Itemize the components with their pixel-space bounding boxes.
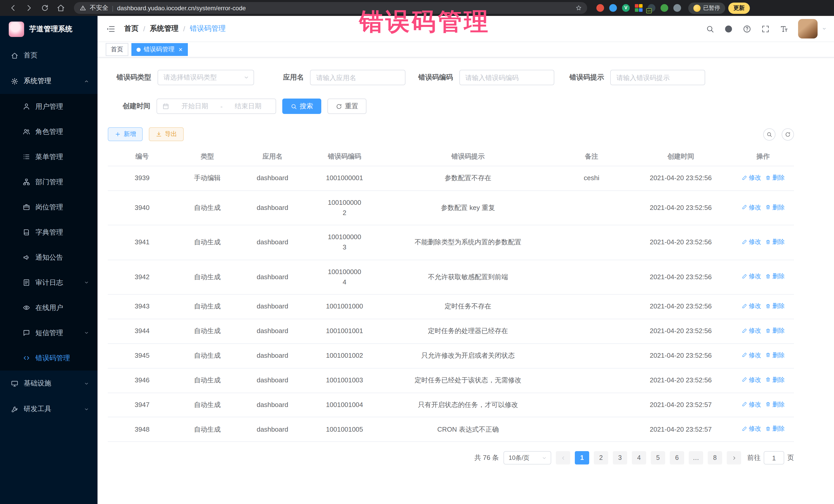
extension-green-icon[interactable]: V [622, 4, 630, 12]
breadcrumb-system[interactable]: 系统管理 [150, 24, 179, 34]
avatar-caret-icon[interactable] [822, 26, 827, 31]
add-button[interactable]: 新增 [108, 127, 143, 141]
sidebar-item-post-management[interactable]: 岗位管理 [0, 195, 97, 220]
extension-blue-icon[interactable] [609, 4, 617, 12]
extension-dark-icon[interactable]: on [648, 4, 655, 12]
tab-error-code-management[interactable]: 错误码管理× [131, 43, 188, 56]
font-size-icon[interactable] [780, 24, 788, 33]
cell-code: 1001001004 [307, 393, 382, 417]
bookmark-star-icon[interactable] [575, 4, 583, 12]
address-bar[interactable]: 不安全 | dashboard.yudao.iocoder.cn/system/… [74, 2, 587, 14]
page-button-5[interactable]: 5 [651, 452, 665, 465]
sidebar-item-home[interactable]: 首页 [0, 43, 97, 68]
sidebar-item-infrastructure[interactable]: 基础设施 [0, 371, 97, 396]
export-button[interactable]: 导出 [149, 127, 184, 141]
sidebar-toggle-icon[interactable] [106, 24, 115, 34]
profile-paused-chip[interactable]: 已暂停 [688, 2, 725, 14]
sidebar-item-sms-management[interactable]: 短信管理 [0, 320, 97, 345]
page-button-2[interactable]: 2 [594, 452, 608, 465]
sidebar-item-error-code-management[interactable]: 错误码管理 [0, 345, 97, 371]
github-icon[interactable] [724, 24, 733, 33]
page-button-6[interactable]: 6 [670, 452, 684, 465]
sidebar-item-dept-management[interactable]: 部门管理 [0, 169, 97, 195]
help-icon[interactable] [743, 24, 751, 33]
cell-code: 100100000 2 [307, 191, 382, 225]
sidebar-item-system-management[interactable]: 系统管理 [0, 68, 97, 94]
delete-link[interactable]: 删除 [765, 237, 785, 247]
edit-link[interactable]: 修改 [742, 424, 761, 434]
reset-button[interactable]: 重置 [327, 98, 367, 114]
page-button-4[interactable]: 4 [632, 452, 646, 465]
sidebar-item-dict-management[interactable]: 字典管理 [0, 220, 97, 245]
plus-icon [114, 131, 121, 137]
sidebar-item-notice-announcement[interactable]: 通知公告 [0, 245, 97, 270]
delete-link[interactable]: 删除 [765, 326, 785, 335]
page-button-3[interactable]: 3 [613, 452, 627, 465]
user-avatar[interactable] [798, 19, 817, 39]
edit-link[interactable]: 修改 [742, 271, 761, 281]
extension-pin-icon[interactable] [673, 4, 681, 12]
cell-time: 2021-04-20 23:52:56 [629, 225, 732, 260]
edit-link[interactable]: 修改 [742, 350, 761, 360]
header-search-icon[interactable] [706, 24, 715, 33]
next-page-button[interactable] [727, 452, 741, 465]
close-tab-icon[interactable]: × [179, 46, 182, 53]
refresh-table-button[interactable] [782, 128, 794, 140]
delete-icon [765, 377, 771, 382]
prev-page-button[interactable] [556, 452, 570, 465]
table-row: 3943自动生成dashboard1001001000定时任务不存在2021-0… [108, 294, 794, 319]
more-pages-button[interactable]: … [689, 452, 703, 465]
date-range-picker[interactable]: 开始日期 - 结束日期 [156, 98, 276, 114]
edit-link[interactable]: 修改 [742, 326, 761, 335]
delete-icon [765, 328, 771, 333]
goto-page-input[interactable] [764, 452, 784, 465]
edit-link[interactable]: 修改 [742, 375, 761, 385]
sidebar-item-role-management[interactable]: 角色管理 [0, 119, 97, 144]
page-button-1[interactable]: 1 [575, 452, 589, 465]
error-hint-field [610, 70, 705, 85]
error-type-select[interactable]: 请选择错误码类型 [157, 70, 254, 85]
extension-red-icon[interactable] [596, 4, 604, 12]
browser-back-icon[interactable] [9, 4, 18, 12]
edit-link[interactable]: 修改 [742, 173, 761, 182]
toggle-search-button[interactable] [763, 128, 775, 140]
sidebar-item-dev-tools[interactable]: 研发工具 [0, 396, 97, 422]
page-size-select[interactable]: 10条/页 [503, 452, 551, 465]
delete-link[interactable]: 删除 [765, 399, 785, 409]
delete-link[interactable]: 删除 [765, 350, 785, 360]
cell-remark [554, 343, 629, 368]
delete-link[interactable]: 删除 [765, 271, 785, 281]
browser-reload-icon[interactable] [41, 4, 49, 12]
edit-link[interactable]: 修改 [742, 301, 761, 311]
fullscreen-icon[interactable] [761, 24, 770, 33]
app-logo[interactable]: 芋道管理系统 [0, 16, 97, 43]
delete-link[interactable]: 删除 [765, 424, 785, 434]
edit-link[interactable]: 修改 [742, 202, 761, 212]
error-hint-input[interactable] [611, 70, 705, 85]
sidebar-item-audit-log[interactable]: 审计日志 [0, 270, 97, 295]
search-button[interactable]: 搜索 [282, 98, 321, 114]
cell-remark [554, 225, 629, 260]
browser-update-button[interactable]: 更新 [728, 2, 750, 14]
extension-grid-icon[interactable] [635, 4, 642, 12]
delete-link[interactable]: 删除 [765, 173, 785, 182]
edit-icon [742, 377, 747, 382]
error-code-input[interactable] [460, 70, 553, 85]
breadcrumb-home[interactable]: 首页 [124, 24, 138, 34]
delete-link[interactable]: 删除 [765, 375, 785, 385]
extension-leaf-icon[interactable] [660, 4, 668, 12]
sidebar-item-menu-management[interactable]: 菜单管理 [0, 144, 97, 169]
edit-link[interactable]: 修改 [742, 237, 761, 247]
browser-home-icon[interactable] [57, 4, 65, 12]
sidebar-item-online-users[interactable]: 在线用户 [0, 295, 97, 320]
sidebar-item-user-management[interactable]: 用户管理 [0, 94, 97, 119]
edit-link[interactable]: 修改 [742, 399, 761, 409]
browser-forward-icon[interactable] [25, 4, 34, 12]
page-button-8[interactable]: 8 [708, 452, 722, 465]
app-name-input[interactable] [310, 70, 405, 85]
cell-type: 自动生成 [176, 393, 238, 417]
cell-message: 定时任务已经处于该状态，无需修改 [382, 368, 554, 393]
delete-link[interactable]: 删除 [765, 202, 785, 212]
delete-link[interactable]: 删除 [765, 301, 785, 311]
tab-home[interactable]: 首页 [106, 43, 128, 56]
